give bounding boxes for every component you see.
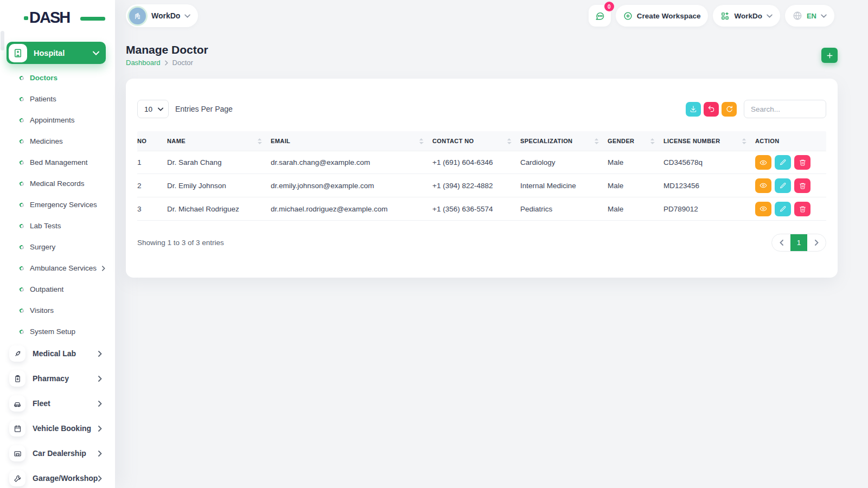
cell-no: 2 xyxy=(137,182,167,190)
sidebar-modules: Medical Lab Pharmacy Fleet xyxy=(0,341,115,488)
sidebar-item-surgery[interactable]: Surgery xyxy=(0,236,115,258)
add-doctor-button[interactable] xyxy=(821,48,838,63)
create-workspace-button[interactable]: Create Workspace xyxy=(616,5,709,27)
row-actions xyxy=(755,155,826,170)
trash-icon xyxy=(799,182,806,189)
cell-gender: Male xyxy=(608,158,663,166)
sidebar-item-system-setup[interactable]: System Setup xyxy=(0,321,115,342)
delete-button[interactable] xyxy=(794,202,810,216)
entries-per-page-select[interactable]: 10 xyxy=(137,100,169,118)
sidebar-item-medical-records[interactable]: Medical Records xyxy=(0,173,115,194)
table-column-header[interactable]: SPECIALIZATION xyxy=(520,138,608,144)
circle-bullet-icon xyxy=(19,202,24,207)
language-selector[interactable]: EN xyxy=(785,5,834,27)
delete-button[interactable] xyxy=(794,155,810,170)
sidebar-item-patients[interactable]: Patients xyxy=(0,88,115,110)
sidebar-item-doctors[interactable]: Doctors xyxy=(0,67,115,88)
circle-bullet-icon xyxy=(19,159,24,165)
cell-contact: +1 (691) 604-6346 xyxy=(432,158,520,166)
circle-bullet-icon xyxy=(19,286,24,292)
tools-icon xyxy=(9,470,25,486)
cell-no: 1 xyxy=(137,158,167,166)
sidebar-item-appointments[interactable]: Appointments xyxy=(0,110,115,131)
sidebar-item-car-dealership[interactable]: Car Dealership xyxy=(0,441,115,466)
search-input[interactable] xyxy=(744,100,826,118)
cell-name: Dr. Sarah Chang xyxy=(167,158,271,166)
sidebar-item-label: Patients xyxy=(30,95,56,103)
chevron-down-icon xyxy=(93,51,99,55)
sidebar-item-emergency-services[interactable]: Emergency Services xyxy=(0,194,115,215)
table-column-header[interactable]: CONTACT NO xyxy=(432,138,520,144)
sidebar-item-label: Lab Tests xyxy=(30,222,61,230)
workspace-switcher[interactable]: WorkDo xyxy=(126,4,198,27)
sidebar-item-outpatient[interactable]: Outpatient xyxy=(0,279,115,300)
chevron-right-icon xyxy=(815,240,819,246)
create-workspace-label: Create Workspace xyxy=(637,12,701,20)
sidebar-item-hospital[interactable]: Hospital xyxy=(7,42,106,64)
sort-icon xyxy=(742,138,746,144)
breadcrumb-current: Doctor xyxy=(173,59,193,67)
trash-icon xyxy=(799,159,806,166)
entries-per-page-value: 10 xyxy=(144,105,152,113)
app-logo[interactable]: DASH xyxy=(29,9,89,27)
eye-icon xyxy=(760,159,767,166)
workdo-menu-label: WorkDo xyxy=(734,12,762,20)
sidebar-item-label: Hospital xyxy=(34,49,65,57)
hospital-submenu: Doctors Patients Appointments Medicines … xyxy=(0,67,115,342)
breadcrumb-dashboard-link[interactable]: Dashboard xyxy=(126,59,161,67)
sidebar-item-medicines[interactable]: Medicines xyxy=(0,131,115,152)
workdo-menu-button[interactable]: WorkDo xyxy=(713,5,780,27)
logo-dash-icon xyxy=(80,17,105,21)
chevron-right-icon xyxy=(98,451,102,457)
calendar-icon xyxy=(9,420,25,436)
circle-bullet-icon xyxy=(19,117,24,123)
sidebar-item-ambulance-services[interactable]: Ambulance Services xyxy=(0,258,115,279)
edit-button[interactable] xyxy=(775,178,791,193)
table-column-header[interactable]: LICENSE NUMBER xyxy=(663,138,755,144)
sidebar-item-label: Medicines xyxy=(30,137,63,145)
chevron-down-icon xyxy=(821,14,827,18)
refresh-button[interactable] xyxy=(722,102,737,117)
circle-bullet-icon xyxy=(19,244,24,249)
sidebar-item-bed-management[interactable]: Bed Management xyxy=(0,152,115,173)
sidebar-item-label: Medical Records xyxy=(30,179,85,188)
car-dealership-icon xyxy=(9,445,25,461)
sidebar-item-label: Visitors xyxy=(30,306,54,314)
sidebar-item-label: Vehicle Booking xyxy=(33,424,91,433)
sidebar-item-visitors[interactable]: Visitors xyxy=(0,300,115,321)
cell-email: dr.michael.rodriguez@example.com xyxy=(271,205,432,213)
table-column-header[interactable]: EMAIL xyxy=(271,138,432,144)
reset-button[interactable] xyxy=(704,102,719,117)
sidebar-item-vehicle-booking[interactable]: Vehicle Booking xyxy=(0,416,115,441)
table-column-header[interactable]: NO xyxy=(137,138,167,144)
view-button[interactable] xyxy=(755,202,771,216)
pagination: 1 xyxy=(771,234,826,252)
sidebar-item-garage-workshop[interactable]: Garage/Workshop xyxy=(0,466,115,488)
grid-icon xyxy=(720,11,730,21)
sidebar-item-lab-tests[interactable]: Lab Tests xyxy=(0,215,115,236)
delete-button[interactable] xyxy=(794,178,810,193)
table-column-header[interactable]: ACTION xyxy=(755,138,826,144)
pagination-prev-button[interactable] xyxy=(772,234,790,252)
pagination-current-page[interactable]: 1 xyxy=(790,234,807,252)
messages-badge: 0 xyxy=(604,2,614,11)
circle-bullet-icon xyxy=(19,138,24,144)
table-footer: Showing 1 to 3 of 3 entries 1 xyxy=(137,234,826,252)
pagination-next-button[interactable] xyxy=(807,234,826,252)
sidebar-item-medical-lab[interactable]: Medical Lab xyxy=(0,341,115,366)
edit-button[interactable] xyxy=(775,155,791,170)
sidebar-scrollbar[interactable] xyxy=(1,31,4,50)
messages-button[interactable]: 0 xyxy=(589,5,611,27)
table-column-header[interactable]: GENDER xyxy=(608,138,663,144)
logo-text: DASH xyxy=(29,9,69,26)
view-button[interactable] xyxy=(755,178,771,193)
table-column-header[interactable]: NAME xyxy=(167,138,271,144)
cell-license: CD345678q xyxy=(663,158,755,166)
refresh-icon xyxy=(725,105,733,113)
view-button[interactable] xyxy=(755,155,771,170)
chevron-right-icon xyxy=(98,376,102,382)
sidebar-item-fleet[interactable]: Fleet xyxy=(0,391,115,416)
export-button[interactable] xyxy=(686,102,701,117)
edit-button[interactable] xyxy=(775,202,791,216)
sidebar-item-pharmacy[interactable]: Pharmacy xyxy=(0,366,115,391)
